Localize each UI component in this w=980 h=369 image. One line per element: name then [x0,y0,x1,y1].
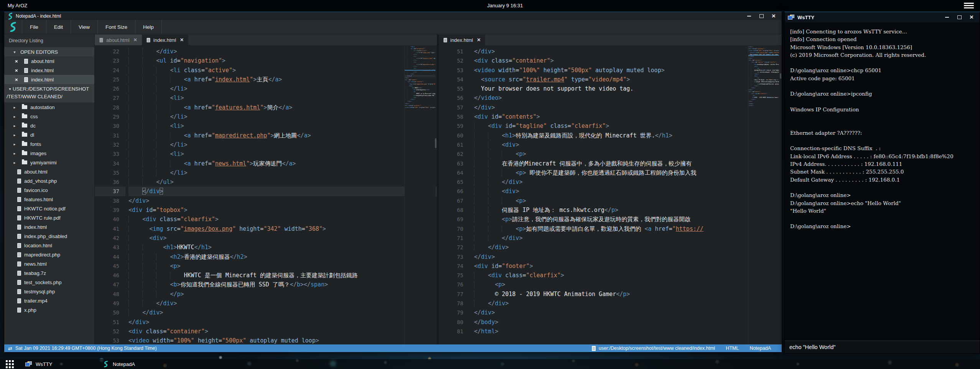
close-icon[interactable]: × [969,15,974,20]
system-menu-icon[interactable] [964,3,974,8]
editor-pane-left[interactable]: about.html✕index.html✕222324252627282930… [95,35,437,344]
code-line: </div> [474,177,782,187]
close-file-icon[interactable]: × [15,77,20,83]
indent-guide [128,281,142,288]
sidebar-folder-images[interactable]: ▸images [4,149,94,158]
indent-guide [488,160,502,167]
sidebar-file-hkwtc-notice-pdf[interactable]: HKWTC notice.pdf [4,204,94,213]
sidebar-folder-dc[interactable]: ▸dc [4,121,94,130]
taskbar-item-wstty[interactable]: WsTTY [25,359,52,369]
tab-index-html[interactable]: index.html✕ [439,35,485,45]
taskbar-item-label: NotepadA [113,361,135,367]
notepad-title-bar[interactable]: NotepadA - index.html × [4,12,782,20]
scrollbar-thumb[interactable] [780,73,781,79]
sidebar-file-index-html[interactable]: index.html [4,222,94,232]
sidebar-folder-autostation[interactable]: ▸autostation [4,103,94,112]
sidebar-file-about-html[interactable]: about.html [4,167,94,176]
maximize-icon[interactable] [759,13,764,19]
taskbar-item-notepada[interactable]: NotepadA [103,359,135,369]
sidebar-folder-dl[interactable]: ▸dl [4,130,94,139]
sidebar-file-mapredirect-php[interactable]: mapredirect.php [4,250,94,259]
sidebar-folder-fonts[interactable]: ▸fonts [4,139,94,149]
sidebar-folder-yamiyamimi[interactable]: ▸yamiyamimi [4,158,94,167]
open-editor-item[interactable]: ×index.html [4,66,94,75]
terminal-line: Default Gateway . . . . . . . . . : 192.… [790,176,980,184]
line-number: 33 [95,149,125,159]
code-line: </li> [128,168,437,177]
terminal-line: Windows IP Configuration [790,106,980,113]
code-area[interactable]: 2223242526272829303132333435363738394041… [95,46,437,344]
code-line: <li> [128,149,437,159]
sidebar-file-x-php[interactable]: x.php [4,305,94,314]
code-text[interactable]: </div> <ul id="navigation"> <li class="a… [405,46,435,108]
minimize-icon[interactable] [944,15,950,20]
line-number: 56 [439,93,469,103]
menu-item-view[interactable]: View [71,20,98,34]
indent-guide [488,141,502,148]
terminal-line: Microsoft Windows [Version 10.0.18363.12… [790,43,980,51]
sidebar-file-favicon-ico[interactable]: favicon.ico [4,185,94,195]
code-area[interactable]: 5152535455565758596061626364656667686970… [439,46,782,344]
menu-item-font-size[interactable]: Font Size [98,20,135,34]
code-text[interactable]: </div> <ul id="navigation"> <li class="a… [125,46,437,344]
sidebar-folder-css[interactable]: ▸css [4,112,94,121]
sidebar-file-news-html[interactable]: news.html [4,259,94,268]
tab-index-html[interactable]: index.html✕ [142,35,188,45]
tab-about-html[interactable]: about.html✕ [95,35,142,45]
indent-guide [142,244,156,251]
close-file-icon[interactable]: × [15,68,20,73]
scrollbar-thumb[interactable] [435,138,436,148]
system-clock: January 9 16:31 [487,3,523,8]
open-editors-header[interactable]: ▾OPEN EDITORS [4,47,94,56]
sidebar-file-testmysql-php[interactable]: testmysql.php [4,287,94,296]
sidebar-file-teabag-7z[interactable]: teabag.7z [4,268,94,278]
code-line: <video width="100%" height="500px" autop… [474,66,782,75]
open-editor-item[interactable]: ×index.html [4,75,94,84]
tab-close-icon[interactable]: ✕ [180,37,184,43]
sidebar-file-index-php-disabled[interactable]: index.php_disabled [4,232,94,241]
close-icon[interactable]: × [771,13,776,19]
scrollbar[interactable] [779,46,782,344]
minimap[interactable]: </div><div class="container"><video widt… [748,46,779,344]
close-file-icon[interactable]: × [15,58,20,64]
menu-item-help[interactable]: Help [135,20,162,34]
tab-close-icon[interactable]: ✕ [477,37,481,43]
indent-guide [156,67,170,74]
editor-pane-right[interactable]: index.html✕51525354555657585960616263646… [439,35,782,344]
minimize-icon[interactable] [746,13,752,19]
terminal-line: Active code page: 65001 [790,74,980,82]
notepad-menu-bar: FileEditViewFont SizeHelp [4,20,782,34]
sidebar-file-add-vhost-php[interactable]: add_vhost.php [4,176,94,185]
menu-item-file[interactable]: File [22,20,46,34]
scrollbar[interactable] [435,46,437,344]
tab-close-icon[interactable]: ✕ [133,37,137,43]
menu-item-edit[interactable]: Edit [46,20,71,34]
sidebar-file-hkwtc-rule-pdf[interactable]: HKWTC rule.pdf [4,213,94,222]
indent-guide [488,225,502,232]
system-top-bar: My ArOZ January 9 16:31 [0,0,980,11]
terminal-command-input[interactable]: echo "Hello World" [785,341,980,353]
chevron-right-icon: ▸ [12,114,17,119]
sidebar-file-features-html[interactable]: features.html [4,195,94,204]
sidebar-file-test-sockets-php[interactable]: test_sockets.php [4,278,94,287]
notepada-logo-icon[interactable] [4,20,22,34]
minimap[interactable]: </div> <ul id="navigation"> <li class="a… [404,46,435,344]
app-launcher-grid-icon[interactable] [6,360,14,368]
file-icon [17,197,21,202]
sidebar-file-trailer-mp4[interactable]: trailer.mp4 [4,296,94,305]
maximize-icon[interactable] [957,15,962,20]
line-number: 75 [439,271,469,280]
file-icon [17,280,21,285]
wstty-title-bar[interactable]: WsTTY × [785,12,980,22]
open-editor-item[interactable]: ×about.html [4,56,94,66]
html-file-icon [444,38,447,42]
terminal-line [790,215,980,222]
indent-guide [474,235,488,242]
directory-sidebar: Directory Listing ▾OPEN EDITORS×about.ht… [4,35,95,344]
workspace-root-header[interactable]: ▾USER:/DESKTOP/SCREENSHOT/TEST/WWW CLEAN… [4,84,94,103]
code-text[interactable]: </div><div class="container"><video widt… [469,46,782,344]
indent-guide [502,151,516,157]
code-line: <img src="images/box.png" height="342" w… [128,224,437,233]
indent-guide [474,300,488,307]
sidebar-file-location-html[interactable]: location.html [4,241,94,250]
